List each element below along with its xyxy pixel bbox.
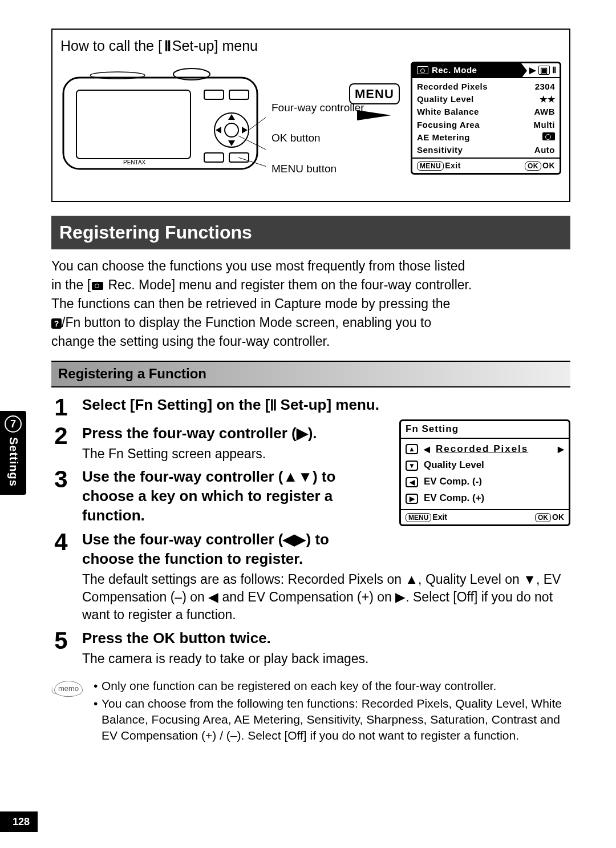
footer-ok-text: OK (542, 161, 555, 170)
fn-footer-ok: OKOK (535, 512, 564, 523)
fn-row-label: EV Comp. (+) (424, 492, 484, 505)
fn-setting-screen: Fn Setting ▲◀Recorded Pixels▶▼Quality Le… (399, 419, 570, 527)
tab-other-icons: ▶ ▣ Ⅱ (521, 63, 560, 77)
step-1-title: Select [Fn Setting] on the [Ⅱ Set-up] me… (82, 395, 570, 415)
memo-block: memo Only one function can be registered… (51, 678, 570, 745)
setup-tab-icon: Ⅱ (552, 64, 557, 76)
step-5: 5 Press the OK button twice. The camera … (51, 629, 570, 668)
howto-suffix: Set-up] menu (172, 37, 258, 56)
section-title: Registering Functions (51, 216, 570, 249)
intro-line: The functions can then be retrieved in C… (51, 295, 570, 313)
step-3-title: Use the four-way controller (▲▼) to choo… (82, 467, 367, 525)
rec-mode-body: Recorded Pixels2304Quality Level★★White … (412, 78, 560, 158)
direction-key-icon: ▲ (406, 444, 418, 454)
step-2-number: 2 (51, 424, 71, 448)
label-four-way: Four-way controller (271, 100, 364, 115)
footer-ok: OKOK (525, 160, 555, 171)
step-1-title-a: Select [Fn Setting] on the [ (82, 396, 270, 413)
svg-rect-1 (76, 90, 191, 159)
step-4-title: Use the four-way controller (◀▶) to choo… (82, 530, 367, 569)
setup-icon-inline: Ⅱ (270, 396, 276, 415)
fn-row-label: Quality Level (424, 459, 484, 472)
rec-mode-row: Quality Level★★ (417, 93, 555, 106)
ok-label-icon: OK (525, 161, 541, 171)
camera-svg: PENTAX (60, 67, 266, 176)
chapter-number: 7 (5, 415, 22, 433)
memo-item: You can choose from the following ten fu… (94, 696, 570, 744)
playback-icon: ▣ (538, 66, 550, 75)
step-5-title: Press the OK button twice. (82, 629, 570, 648)
fn-footer-ok-text: OK (552, 512, 564, 522)
menu-label-icon: MENU (417, 161, 444, 171)
fn-setting-body: ▲◀Recorded Pixels▶▼Quality Level◀EV Comp… (401, 439, 569, 510)
play-tab-icon: ▶ (529, 64, 537, 76)
rec-mode-row: SensitivityAuto (417, 144, 555, 156)
svg-rect-4 (204, 90, 224, 99)
direction-key-icon: ◀ (406, 477, 418, 487)
fn-footer-exit: MENUExit (406, 512, 447, 523)
step-1: 1 Select [Fn Setting] on the [Ⅱ Set-up] … (51, 395, 570, 419)
fn-row-label: Recorded Pixels (436, 443, 528, 456)
label-ok-button: OK button (271, 131, 364, 146)
memo-icon: memo (51, 678, 86, 697)
step-5-desc: The camera is ready to take or play back… (82, 650, 570, 668)
step-4: 4 Use the four-way controller (◀▶) to ch… (51, 530, 570, 624)
steps-block: 1 Select [Fn Setting] on the [Ⅱ Set-up] … (51, 395, 570, 668)
intro-line: in the [ Rec. Mode] menu and register th… (51, 276, 570, 294)
intro-line: You can choose the functions you use mos… (51, 257, 570, 275)
menu-label-icon: MENU (406, 513, 431, 522)
sub-section-title: Registering a Function (51, 361, 570, 387)
chapter-label: Settings (6, 437, 21, 487)
memo-cloud-icon: memo (54, 681, 83, 697)
svg-rect-5 (229, 90, 249, 99)
camera-icon (417, 66, 428, 74)
svg-point-3 (225, 123, 238, 137)
rec-mode-screen: Rec. Mode ▶ ▣ Ⅱ Recorded Pixels2304Quali… (411, 62, 561, 175)
svg-text:PENTAX: PENTAX (123, 159, 146, 165)
intro-text: You can choose the functions you use mos… (51, 257, 570, 350)
memo-item: Only one function can be registered on e… (94, 678, 570, 694)
footer-exit-text: Exit (445, 161, 461, 170)
screen-tabs: Rec. Mode ▶ ▣ Ⅱ (412, 63, 560, 78)
rec-mode-row: White BalanceAWB (417, 106, 555, 118)
direction-key-icon: ▼ (406, 461, 418, 471)
page-number: 128 (0, 811, 38, 832)
step-4-desc: The default settings are as follows: Rec… (82, 571, 570, 624)
rec-mode-row: Focusing AreaMulti (417, 119, 555, 131)
rec-mode-row: AE Metering (417, 131, 555, 144)
ok-label-icon: OK (535, 513, 551, 522)
rec-mode-row: Recorded Pixels2304 (417, 80, 555, 93)
arrow-right-icon (357, 110, 391, 120)
fn-row-label: EV Comp. (-) (424, 475, 482, 488)
step-5-number: 5 (51, 629, 71, 653)
step-4-number: 4 (51, 530, 71, 554)
step-3-number: 3 (51, 467, 71, 491)
fn-setting-row: ▼Quality Level (406, 457, 564, 474)
direction-key-icon: ▶ (406, 494, 418, 504)
fn-setting-row: ◀EV Comp. (-) (406, 474, 564, 490)
fn-setting-title: Fn Setting (401, 421, 569, 439)
label-menu-button: MENU button (271, 161, 364, 176)
side-tab: 7 Settings (0, 411, 26, 495)
setup-icon: Ⅱ (164, 37, 170, 56)
fn-setting-row: ▶EV Comp. (+) (406, 490, 564, 507)
diagram-labels: Four-way controller OK button MENU butto… (271, 100, 364, 192)
rec-mode-title: Rec. Mode (432, 64, 477, 76)
camera-icon (92, 282, 103, 290)
intro-line: change the setting using the four-way co… (51, 333, 570, 350)
svg-rect-0 (63, 78, 257, 169)
camera-illustration: PENTAX Four-way controller OK button MEN… (60, 62, 262, 187)
step-1-number: 1 (51, 395, 71, 419)
fn-footer-exit-text: Exit (432, 512, 447, 522)
footer-exit: MENUExit (417, 160, 461, 171)
diagram-row: PENTAX Four-way controller OK button MEN… (60, 62, 561, 187)
howto-title: How to call the [ Ⅱ Set-up] menu (60, 37, 561, 56)
memo-list: Only one function can be registered on e… (94, 678, 570, 745)
metering-icon (542, 132, 555, 140)
tab-rec-mode: Rec. Mode (412, 63, 521, 77)
svg-rect-6 (204, 153, 224, 162)
howto-box: How to call the [ Ⅱ Set-up] menu (51, 29, 570, 202)
howto-prefix: How to call the [ (60, 37, 162, 56)
fn-setting-row: ▲◀Recorded Pixels▶ (406, 441, 564, 458)
intro-line: ?/Fn button to display the Function Mode… (51, 314, 570, 332)
